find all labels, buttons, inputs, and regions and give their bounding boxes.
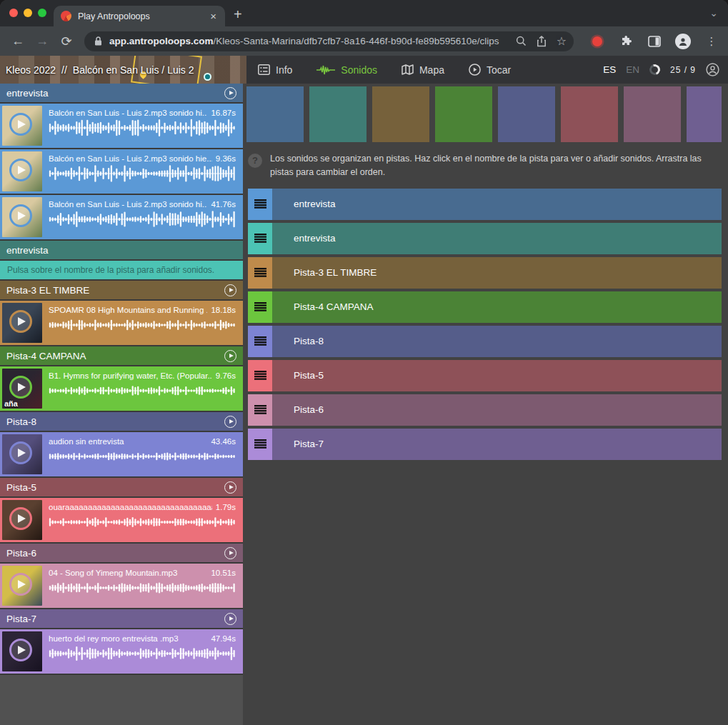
audio-clip[interactable]: huerto del rey moro entrevista .mp3 47.9…	[0, 629, 243, 674]
clip-title: 04 - Song of Yimeng Mountain.mp3	[49, 569, 207, 577]
map-marker-icon	[204, 73, 211, 81]
track-play-button[interactable]	[224, 481, 236, 494]
drag-handle[interactable]	[248, 326, 272, 357]
track-section-header[interactable]: entrevista	[0, 241, 243, 259]
track-row-name[interactable]: entrevista	[272, 189, 722, 220]
clip-play-icon[interactable]	[9, 507, 32, 530]
drag-handle[interactable]	[248, 394, 272, 426]
clip-play-icon[interactable]	[9, 204, 32, 227]
drag-handle[interactable]	[248, 223, 272, 254]
macos-close-button[interactable]	[9, 9, 18, 17]
track-section-header[interactable]: Pista-5	[0, 478, 243, 496]
track-play-button[interactable]	[224, 284, 236, 296]
back-button[interactable]: ←	[7, 34, 29, 49]
clip-play-icon[interactable]	[9, 639, 32, 661]
clip-play-icon[interactable]	[9, 113, 32, 136]
clip-thumbnail	[2, 303, 42, 343]
drag-handle-icon	[254, 371, 266, 380]
zoom-icon[interactable]	[516, 36, 527, 46]
nav-mapa[interactable]: Mapa	[402, 64, 444, 76]
lang-es-button[interactable]: ES	[603, 64, 616, 75]
address-bar[interactable]: app.antropoloops.com/Kleos-Santa-Marina/…	[84, 31, 574, 51]
track-section-header[interactable]: Pista-6	[0, 544, 243, 562]
track-section-header[interactable]: Pista-3 EL TIMBRE	[0, 281, 243, 299]
drag-handle[interactable]	[248, 429, 272, 460]
audio-clip[interactable]: ouaraaaaaaaaaaaaaaaaaaaaaaaaaaaaaaaaaa..…	[0, 498, 243, 542]
clip-play-icon[interactable]	[9, 159, 32, 181]
info-list-icon	[258, 64, 270, 75]
nav-tocar[interactable]: Tocar	[469, 64, 511, 76]
track-row-label: Pista-7	[294, 439, 324, 449]
sidebar-track-section: Pista-5 ouaraaaaaaaaaaaaaaaaaaaaaaaaaaaa…	[0, 478, 243, 544]
clip-play-icon[interactable]	[9, 573, 32, 596]
track-row-name[interactable]: Pista-4 CAMPANA	[272, 291, 722, 323]
clip-title: ouaraaaaaaaaaaaaaaaaaaaaaaaaaaaaaaaaaa..…	[49, 503, 212, 511]
audio-clip[interactable]: 04 - Song of Yimeng Mountain.mp3 10.51s	[0, 564, 243, 608]
track-section-header[interactable]: Pista-8	[0, 412, 243, 431]
profile-avatar[interactable]	[674, 34, 692, 49]
drag-handle-icon	[254, 405, 266, 414]
audio-clip[interactable]: aña B1. Hymns for purifying water, Etc. …	[0, 366, 243, 411]
track-section-header[interactable]: Pista-4 CAMPANA	[0, 346, 243, 365]
forward-button[interactable]: →	[31, 34, 53, 49]
track-row-name[interactable]: Pista-3 EL TIMBRE	[272, 257, 722, 289]
clip-play-icon[interactable]	[9, 441, 32, 464]
clip-play-icon[interactable]	[9, 376, 32, 399]
share-icon[interactable]	[537, 36, 547, 47]
track-section-header[interactable]: entrevista	[0, 84, 243, 102]
drag-handle[interactable]	[248, 360, 272, 391]
track-play-button[interactable]	[224, 416, 236, 428]
track-row: Pista-3 EL TIMBRE	[248, 257, 722, 289]
track-row-name[interactable]: Pista-6	[272, 394, 722, 426]
side-panel-icon[interactable]	[645, 36, 664, 47]
track-section-name: Pista-4 CAMPANA	[6, 351, 86, 361]
tab-strip: Play Antropoloops × + ⌄	[0, 0, 728, 26]
track-row: Pista-4 CAMPANA	[248, 291, 722, 323]
waveform-icon	[316, 64, 335, 76]
lang-en-button[interactable]: EN	[626, 64, 639, 75]
tab-close-icon[interactable]: ×	[209, 10, 218, 22]
track-row-name[interactable]: entrevista	[272, 223, 722, 254]
bookmark-star-icon[interactable]: ☆	[557, 36, 567, 47]
track-color-swatch	[372, 86, 429, 142]
track-row-name[interactable]: Pista-5	[272, 360, 722, 391]
tab-favicon-icon	[61, 11, 71, 21]
audio-clip[interactable]: Balcón en San Luis - Luis 2.mp3 sonido h…	[0, 195, 243, 239]
clip-play-icon[interactable]	[9, 310, 32, 333]
audio-clip[interactable]: Balcón en San Luis - Luis 2.mp3 sonido h…	[0, 104, 243, 148]
audio-clip[interactable]: audion sin entrevista 43.46s	[0, 432, 243, 476]
account-icon[interactable]	[706, 63, 719, 76]
loading-spinner-icon	[648, 63, 662, 77]
track-play-button[interactable]	[224, 87, 236, 99]
track-play-button[interactable]	[224, 547, 236, 559]
browser-tab[interactable]: Play Antropoloops ×	[54, 6, 225, 26]
clip-waveform	[49, 513, 236, 540]
macos-zoom-button[interactable]	[38, 9, 46, 17]
recording-indicator-icon[interactable]	[588, 36, 607, 46]
drag-handle[interactable]	[248, 189, 272, 220]
macos-minimize-button[interactable]	[24, 9, 32, 17]
extensions-puzzle-icon[interactable]	[617, 35, 635, 47]
drag-handle[interactable]	[248, 291, 272, 323]
track-row-name[interactable]: Pista-8	[272, 326, 722, 357]
tab-search-chevron-icon[interactable]: ⌄	[709, 7, 718, 19]
clip-duration: 43.46s	[211, 437, 236, 446]
drag-handle[interactable]	[248, 257, 272, 289]
track-play-button[interactable]	[224, 350, 236, 362]
clip-waveform	[49, 210, 236, 237]
clip-waveform	[49, 316, 236, 343]
nav-info[interactable]: Info	[258, 64, 292, 76]
audio-clip[interactable]: Balcón en San Luis - Luis 2.mp3 sonido h…	[0, 149, 243, 194]
track-section-header[interactable]: Pista-7	[0, 609, 243, 628]
browser-menu-icon[interactable]: ⋮	[702, 35, 721, 48]
sidebar-track-section: entrevista Balcón en San Luis - Luis 2.m…	[0, 84, 243, 241]
track-play-button[interactable]	[224, 613, 236, 625]
track-row-name[interactable]: Pista-7	[272, 429, 722, 460]
new-tab-button[interactable]: +	[234, 6, 242, 23]
audio-clip[interactable]: SPOAMR 08 High Mountains and Running ...…	[0, 301, 243, 345]
nav-sonidos[interactable]: Sonidos	[316, 64, 377, 76]
map-thumbnail[interactable]: Kleos 2022 // Balcón en San Luis / Luis …	[0, 56, 246, 84]
reload-button[interactable]: ⟳	[56, 34, 77, 49]
track-color-swatch	[687, 86, 722, 142]
sidebar-track-section: Pista-4 CAMPANA aña B1. Hymns for purify…	[0, 346, 243, 412]
